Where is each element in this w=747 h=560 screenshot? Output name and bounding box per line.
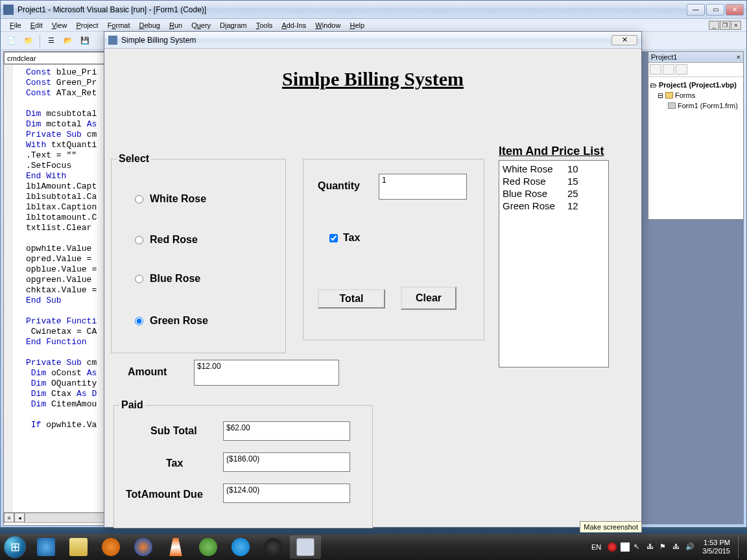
tax-output: ($186.00)	[223, 452, 350, 472]
form-heading: Simlpe Billing System	[104, 68, 641, 90]
taskbar-utorrent-icon[interactable]	[193, 535, 224, 559]
price-listbox[interactable]: White Rose10 Red Rose15 Blue Rose25 Gree…	[499, 160, 609, 368]
pe-tree[interactable]: 🗁Project1 (Project1.vbp) ⊟Forms Form1 (F…	[648, 77, 743, 113]
radio-white-rose[interactable]: White Rose	[135, 193, 206, 205]
menu-format[interactable]: Format	[104, 20, 134, 30]
tray-misc2-icon[interactable]: ⚑	[659, 542, 669, 552]
vb-menubar: File Edit View Project Format Debug Run …	[1, 19, 746, 32]
tray-misc1-icon[interactable]: 🖧	[646, 542, 656, 552]
tray-network-icon[interactable]: 🖧	[672, 542, 682, 552]
taskbar-vb-icon[interactable]	[290, 535, 321, 559]
taskbar-firefox-icon[interactable]	[128, 535, 159, 559]
mdi-close[interactable]: ×	[731, 21, 741, 30]
form-close-button[interactable]: ✕	[611, 35, 637, 45]
pe-togglefolders-icon[interactable]	[676, 64, 687, 75]
select-frame-label: Select	[117, 153, 151, 165]
mdi-restore[interactable]: ❐	[720, 21, 730, 30]
amount-label: Amount	[128, 366, 167, 378]
tb-addproject-icon[interactable]: 📁	[21, 34, 36, 48]
system-tray: EN ↖ 🖧 ⚑ 🖧 🔊 1:53 PM 3/5/2015	[589, 535, 747, 559]
tray-clock[interactable]: 1:53 PM 3/5/2015	[698, 539, 734, 555]
radio-blue-rose[interactable]: Blue Rose	[135, 273, 200, 285]
menu-run[interactable]: Run	[165, 20, 186, 30]
form-titlebar[interactable]: Simple Billing System ✕	[104, 32, 641, 49]
minimize-button[interactable]: —	[687, 4, 705, 16]
menu-query[interactable]: Query	[187, 20, 215, 30]
form-title: Simple Billing System	[121, 36, 611, 45]
tb-save-icon[interactable]: 💾	[78, 34, 92, 48]
tray-record-icon[interactable]	[608, 542, 617, 552]
tb-open-icon[interactable]: 📂	[61, 34, 75, 48]
pricelist-heading: Item And Price List	[499, 145, 604, 158]
totamount-output: ($124.00)	[223, 484, 350, 503]
quantity-label: Quantity	[318, 180, 360, 192]
form-body: Simlpe Billing System Select White Rose …	[104, 49, 641, 527]
billing-form-window: Simple Billing System ✕ Simlpe Billing S…	[104, 31, 642, 528]
menu-edit[interactable]: Edit	[27, 20, 47, 30]
pe-close-icon[interactable]: ×	[737, 53, 741, 61]
taskbar-idm-icon[interactable]	[257, 535, 289, 559]
menu-project[interactable]: Project	[72, 20, 102, 30]
menu-help[interactable]: Help	[346, 20, 368, 30]
vb-title: Project1 - Microsoft Visual Basic [run] …	[18, 5, 687, 14]
menu-file[interactable]: File	[6, 20, 25, 30]
radio-red-rose[interactable]: Red Rose	[135, 234, 198, 246]
tray-language[interactable]: EN	[589, 543, 604, 551]
tray-volume-icon[interactable]: 🔊	[685, 542, 694, 552]
menu-window[interactable]: Window	[311, 20, 344, 30]
menu-diagram[interactable]: Diagram	[216, 20, 251, 30]
tb-menu-editor-icon[interactable]: ☰	[44, 34, 58, 48]
select-frame: Select White Rose Red Rose Blue Rose Gre…	[111, 159, 286, 353]
menu-addins[interactable]: Add-Ins	[278, 20, 310, 30]
totamount-label: TotAmount Due	[126, 489, 203, 500]
paid-frame-label: Paid	[119, 399, 145, 411]
amount-output: $12.00	[194, 360, 339, 386]
tray-stop-icon[interactable]	[621, 542, 630, 552]
quantity-input[interactable]: 1	[379, 174, 467, 200]
mdi-minimize[interactable]: _	[709, 21, 719, 30]
vb-titlebar[interactable]: Project1 - Microsoft Visual Basic [run] …	[1, 1, 746, 19]
subtotal-output: $62.00	[223, 421, 350, 441]
tb-addform-icon[interactable]: 📄	[5, 34, 19, 48]
form-icon	[108, 36, 117, 45]
tray-cursor-icon[interactable]: ↖	[634, 542, 643, 552]
radio-green-rose[interactable]: Green Rose	[135, 315, 208, 327]
taskbar-explorer-icon[interactable]	[63, 535, 94, 559]
taskbar-skype-icon[interactable]	[225, 535, 256, 559]
show-desktop-button[interactable]	[738, 535, 743, 559]
paid-frame: Paid Sub Total $62.00 Tax ($186.00) TotA…	[113, 405, 373, 528]
quantity-frame: Quantity 1 Tax Total Clear	[303, 159, 484, 340]
pe-viewobject-icon[interactable]	[663, 64, 674, 75]
menu-view[interactable]: View	[48, 20, 71, 30]
tray-tooltip: Make screenshot	[580, 521, 642, 533]
project-explorer: Project1 × 🗁Project1 (Project1.vbp) ⊟For…	[648, 51, 744, 220]
vb-app-icon	[3, 5, 14, 15]
taskbar-ie-icon[interactable]	[30, 535, 62, 559]
tax-output-label: Tax	[166, 458, 183, 469]
menu-tools[interactable]: Tools	[252, 20, 277, 30]
start-button[interactable]	[0, 534, 30, 560]
close-button[interactable]: ✕	[726, 4, 744, 16]
menu-debug[interactable]: Debug	[135, 20, 163, 30]
tax-checkbox[interactable]: Tax	[329, 232, 360, 244]
taskbar-mediaplayer-icon[interactable]	[95, 535, 126, 559]
windows-taskbar: EN ↖ 🖧 ⚑ 🖧 🔊 1:53 PM 3/5/2015	[0, 534, 747, 560]
total-button[interactable]: Total	[318, 289, 385, 309]
taskbar-vlc-icon[interactable]	[160, 535, 191, 559]
maximize-button[interactable]: ▭	[706, 4, 724, 16]
subtotal-label: Sub Total	[150, 425, 197, 437]
clear-button[interactable]: Clear	[401, 286, 456, 310]
pe-viewcode-icon[interactable]	[650, 64, 661, 75]
pe-title-text: Project1	[651, 53, 677, 61]
